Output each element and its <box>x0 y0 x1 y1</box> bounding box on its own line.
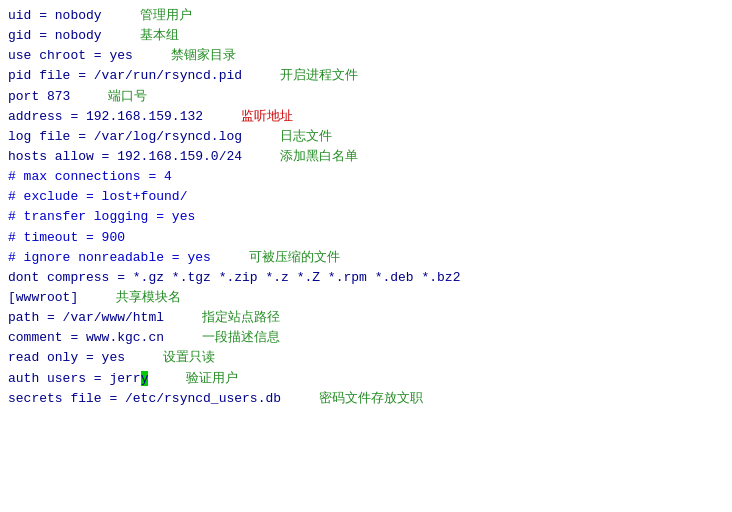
code-line: # timeout = 900 <box>8 228 724 248</box>
code-line: # max connections = 4 <box>8 167 724 187</box>
code-line: # transfer logging = yes <box>8 207 724 227</box>
code-text: port 873 <box>8 87 70 107</box>
code-text: secrets file = /etc/rsyncd_users.db <box>8 389 281 409</box>
annotation-text: 共享模块名 <box>116 288 181 308</box>
annotation-text: 可被压缩的文件 <box>249 248 340 268</box>
code-text: gid = nobody <box>8 26 102 46</box>
annotation-text: 监听地址 <box>241 107 293 127</box>
code-text: [wwwroot] <box>8 288 78 308</box>
code-text: log file = /var/log/rsyncd.log <box>8 127 242 147</box>
code-text: dont compress = *.gz *.tgz *.zip *.z *.Z… <box>8 268 460 288</box>
annotation-text: 一段描述信息 <box>202 328 280 348</box>
annotation-text: 基本组 <box>140 26 179 46</box>
code-text-before: auth users = jerr <box>8 371 141 386</box>
annotation-text: 禁锢家目录 <box>171 46 236 66</box>
code-line: comment = www.kgc.cn 一段描述信息 <box>8 328 724 348</box>
code-text: # transfer logging = yes <box>8 207 195 227</box>
code-line: port 873 端口号 <box>8 87 724 107</box>
annotation-text: 开启进程文件 <box>280 66 358 86</box>
code-text: pid file = /var/run/rsyncd.pid <box>8 66 242 86</box>
code-text: read only = yes <box>8 348 125 368</box>
code-text: use chroot = yes <box>8 46 133 66</box>
code-text: # max connections = 4 <box>8 167 172 187</box>
code-line: log file = /var/log/rsyncd.log 日志文件 <box>8 127 724 147</box>
code-text: # timeout = 900 <box>8 228 125 248</box>
code-line: # ignore nonreadable = yes 可被压缩的文件 <box>8 248 724 268</box>
code-line: read only = yes 设置只读 <box>8 348 724 368</box>
code-text: hosts allow = 192.168.159.0/24 <box>8 147 242 167</box>
terminal-content: uid = nobody 管理用户gid = nobody 基本组use chr… <box>8 6 724 409</box>
code-text: address = 192.168.159.132 <box>8 107 203 127</box>
annotation-text: 端口号 <box>108 87 147 107</box>
code-text: # ignore nonreadable = yes <box>8 248 211 268</box>
annotation-text: 添加黑白名单 <box>280 147 358 167</box>
code-text: path = /var/www/html <box>8 308 164 328</box>
code-text: auth users = jerry <box>8 369 148 389</box>
code-text: comment = www.kgc.cn <box>8 328 164 348</box>
code-line: use chroot = yes 禁锢家目录 <box>8 46 724 66</box>
annotation-text: 验证用户 <box>186 369 238 389</box>
code-line: dont compress = *.gz *.tgz *.zip *.z *.Z… <box>8 268 724 288</box>
code-line: auth users = jerry 验证用户 <box>8 369 724 389</box>
code-line: pid file = /var/run/rsyncd.pid 开启进程文件 <box>8 66 724 86</box>
code-line: [wwwroot] 共享模块名 <box>8 288 724 308</box>
code-text: # exclude = lost+found/ <box>8 187 187 207</box>
code-line: address = 192.168.159.132 监听地址 <box>8 107 724 127</box>
annotation-text: 日志文件 <box>280 127 332 147</box>
annotation-text: 管理用户 <box>140 6 192 26</box>
annotation-text: 指定站点路径 <box>202 308 280 328</box>
code-text: uid = nobody <box>8 6 102 26</box>
code-line: secrets file = /etc/rsyncd_users.db 密码文件… <box>8 389 724 409</box>
annotation-text: 设置只读 <box>163 348 215 368</box>
code-line: gid = nobody 基本组 <box>8 26 724 46</box>
cursor-highlight: y <box>141 371 149 386</box>
annotation-text: 密码文件存放文职 <box>319 389 423 409</box>
code-line: path = /var/www/html 指定站点路径 <box>8 308 724 328</box>
code-line: uid = nobody 管理用户 <box>8 6 724 26</box>
code-line: # exclude = lost+found/ <box>8 187 724 207</box>
code-line: hosts allow = 192.168.159.0/24 添加黑白名单 <box>8 147 724 167</box>
